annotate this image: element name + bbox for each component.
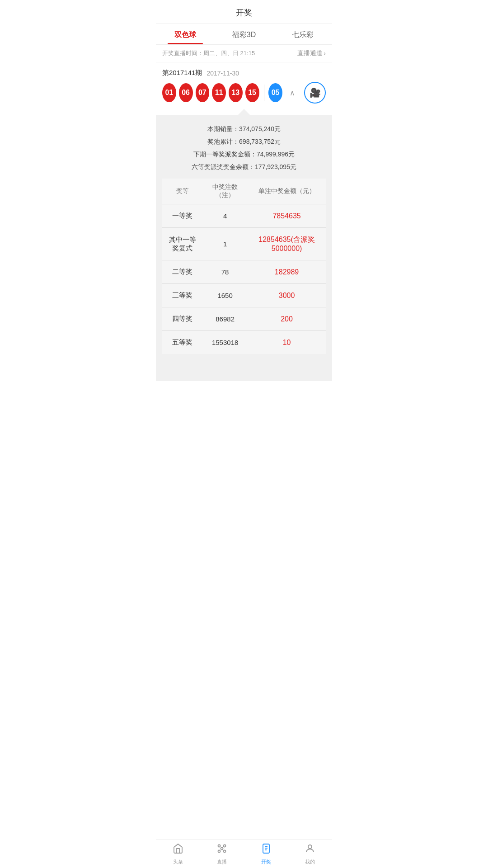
prize-table: 奖等 中奖注数（注） 单注中奖金额（元） 一等奖47854635其中一等奖复式1…	[162, 179, 326, 354]
stat-sales: 本期销量：374,075,240元	[162, 123, 326, 135]
stat-next-first: 下期一等奖派奖金额：74,999,996元	[162, 148, 326, 160]
red-ball-4: 11	[212, 83, 226, 102]
svg-point-0	[218, 845, 221, 847]
bottom-nav: 头条 直播 开奖	[156, 839, 332, 868]
stat-sixth-remain: 六等奖派奖奖金余额：177,923,095元	[162, 160, 326, 173]
prize-name-cell: 其中一等奖复式	[162, 228, 202, 260]
col-header-amount: 单注中奖金额（元）	[248, 179, 326, 204]
prize-count-cell: 1650	[202, 284, 248, 307]
nav-label-lottery: 开奖	[261, 859, 271, 865]
svg-point-2	[218, 850, 221, 853]
prize-amount-cell: 182989	[248, 260, 326, 284]
table-row: 四等奖86982200	[162, 307, 326, 331]
nav-item-live[interactable]: 直播	[200, 840, 244, 868]
live-link[interactable]: 直播通道 ›	[297, 49, 326, 57]
svg-rect-5	[263, 844, 269, 853]
live-bar: 开奖直播时间：周二、四、日 21:15 直播通道 ›	[156, 45, 332, 62]
tab-fucai[interactable]: 福彩3D	[215, 24, 273, 44]
table-row: 一等奖47854635	[162, 204, 326, 228]
page-header: 开奖	[156, 0, 332, 24]
ball-divider	[264, 85, 264, 101]
red-ball-5: 13	[229, 83, 243, 102]
prize-name-cell: 五等奖	[162, 331, 202, 354]
prize-name-cell: 一等奖	[162, 204, 202, 228]
svg-point-1	[224, 845, 226, 847]
prize-count-cell: 1	[202, 228, 248, 260]
prize-amount-cell: 3000	[248, 284, 326, 307]
video-button[interactable]: 🎥	[304, 82, 326, 104]
tab-shuang[interactable]: 双色球	[156, 24, 215, 44]
prize-amount-cell: 200	[248, 307, 326, 331]
svg-point-4	[221, 848, 223, 850]
lottery-icon	[261, 843, 272, 857]
nav-label-news: 头条	[173, 859, 183, 865]
nav-label-mine: 我的	[305, 859, 315, 865]
red-ball-2: 06	[179, 83, 193, 102]
svg-point-3	[224, 850, 226, 853]
stat-pool: 奖池累计：698,733,752元	[162, 135, 326, 148]
issue-section: 第2017141期 2017-11-30 01 06 07 11 13 15 0…	[156, 62, 332, 109]
detail-panel: 本期销量：374,075,240元 奖池累计：698,733,752元 下期一等…	[156, 115, 332, 381]
prize-count-cell: 1553018	[202, 331, 248, 354]
table-row: 五等奖155301810	[162, 331, 326, 354]
col-header-prize: 奖等	[162, 179, 202, 204]
prize-name-cell: 二等奖	[162, 260, 202, 284]
red-ball-1: 01	[162, 83, 176, 102]
nav-item-mine[interactable]: 我的	[288, 840, 333, 868]
nav-item-news[interactable]: 头条	[156, 840, 200, 868]
table-row: 其中一等奖复式112854635(含派奖5000000)	[162, 228, 326, 260]
collapse-button[interactable]: ∧	[285, 85, 300, 100]
prize-count-cell: 78	[202, 260, 248, 284]
issue-number: 第2017141期	[162, 69, 202, 77]
live-icon	[216, 843, 227, 857]
table-row: 二等奖78182989	[162, 260, 326, 284]
red-ball-6: 15	[245, 83, 259, 102]
stats-block: 本期销量：374,075,240元 奖池累计：698,733,752元 下期一等…	[162, 123, 326, 173]
red-ball-3: 07	[196, 83, 210, 102]
nav-label-live: 直播	[217, 859, 227, 865]
panel-arrow	[156, 109, 332, 115]
chevron-right-icon: ›	[324, 50, 326, 57]
numbers-actions: ∧ 🎥	[285, 82, 326, 104]
col-header-count: 中奖注数（注）	[202, 179, 248, 204]
video-icon: 🎥	[310, 87, 321, 98]
live-time-label: 开奖直播时间：周二、四、日 21:15	[162, 49, 255, 57]
prize-amount-cell: 12854635(含派奖5000000)	[248, 228, 326, 260]
numbers-row: 01 06 07 11 13 15 05 ∧ 🎥	[162, 82, 326, 109]
prize-count-cell: 86982	[202, 307, 248, 331]
prize-amount-cell: 7854635	[248, 204, 326, 228]
prize-amount-cell: 10	[248, 331, 326, 354]
nav-item-lottery[interactable]: 开奖	[244, 840, 288, 868]
table-row: 三等奖16503000	[162, 284, 326, 307]
issue-header: 第2017141期 2017-11-30	[162, 69, 326, 77]
home-icon	[173, 843, 183, 857]
prize-name-cell: 四等奖	[162, 307, 202, 331]
tab-qile[interactable]: 七乐彩	[273, 24, 332, 44]
issue-date: 2017-11-30	[206, 70, 239, 77]
tab-bar: 双色球 福彩3D 七乐彩	[156, 24, 332, 45]
svg-point-9	[308, 845, 312, 849]
user-icon	[305, 843, 315, 857]
prize-count-cell: 4	[202, 204, 248, 228]
prize-name-cell: 三等奖	[162, 284, 202, 307]
page-title: 开奖	[236, 8, 252, 17]
blue-ball: 05	[268, 83, 282, 102]
